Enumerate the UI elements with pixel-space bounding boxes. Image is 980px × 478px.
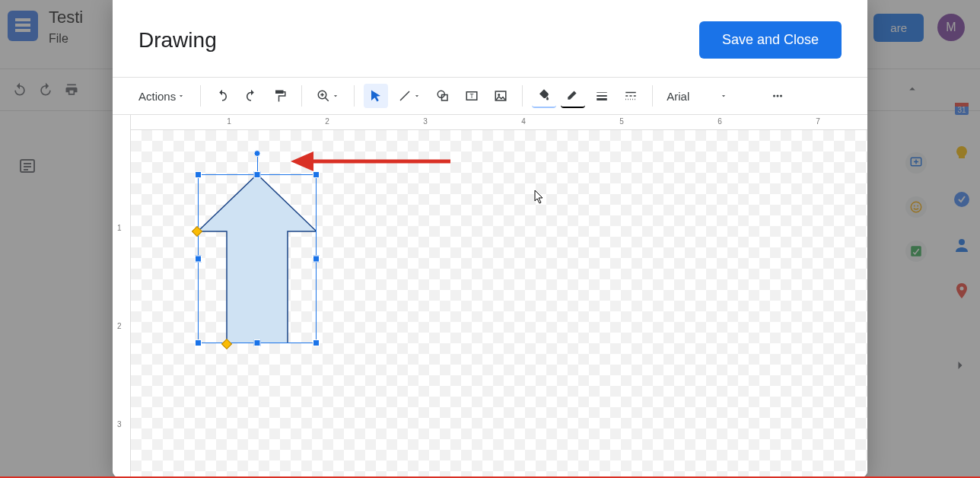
more-options-button[interactable] xyxy=(765,84,790,108)
svg-point-27 xyxy=(498,94,500,96)
border-dash-button[interactable] xyxy=(619,84,643,108)
undo-button[interactable] xyxy=(210,84,234,108)
border-color-button[interactable] xyxy=(561,84,585,108)
image-tool-button[interactable] xyxy=(488,84,513,108)
svg-point-35 xyxy=(777,95,779,97)
drawing-canvas[interactable] xyxy=(131,130,867,478)
redo-button[interactable] xyxy=(239,84,263,108)
line-tool-button[interactable] xyxy=(393,84,426,108)
svg-line-18 xyxy=(325,97,329,101)
resize-handle-e[interactable] xyxy=(313,256,320,263)
canvas-area: 1 2 3 1 2 3 4 5 6 7 xyxy=(113,115,867,478)
selected-shape[interactable] xyxy=(198,174,317,343)
border-weight-button[interactable] xyxy=(590,84,614,108)
actions-menu[interactable]: Actions xyxy=(132,85,191,107)
zoom-button[interactable] xyxy=(311,84,345,108)
font-select[interactable]: Arial xyxy=(662,87,761,106)
rotation-handle[interactable] xyxy=(254,150,261,157)
svg-point-36 xyxy=(780,95,782,97)
resize-handle-nw[interactable] xyxy=(195,171,202,178)
dialog-title: Drawing xyxy=(138,28,217,53)
annotation-arrow-icon xyxy=(291,151,450,171)
resize-handle-sw[interactable] xyxy=(195,339,202,346)
resize-handle-se[interactable] xyxy=(313,339,320,346)
selection-bbox xyxy=(198,174,317,343)
resize-handle-s[interactable] xyxy=(254,339,261,346)
save-and-close-button[interactable]: Save and Close xyxy=(699,21,842,59)
vertical-ruler: 1 2 3 xyxy=(113,115,131,478)
fill-color-button[interactable] xyxy=(532,84,556,108)
resize-handle-n[interactable] xyxy=(254,171,261,178)
resize-handle-w[interactable] xyxy=(195,256,202,263)
font-name-label: Arial xyxy=(667,90,689,103)
drawing-dialog: Drawing Save and Close Actions T xyxy=(113,0,867,478)
select-tool-button[interactable] xyxy=(364,84,388,108)
svg-point-34 xyxy=(773,95,775,97)
svg-text:T: T xyxy=(470,93,474,100)
textbox-tool-button[interactable]: T xyxy=(460,84,484,108)
horizontal-ruler: 1 2 3 4 5 6 7 xyxy=(131,115,867,130)
paint-format-button[interactable] xyxy=(268,84,292,108)
svg-line-21 xyxy=(400,91,409,100)
actions-label: Actions xyxy=(138,90,176,103)
resize-handle-ne[interactable] xyxy=(313,171,320,178)
cursor-icon xyxy=(534,190,545,205)
svg-marker-38 xyxy=(291,151,313,171)
shape-tool-button[interactable] xyxy=(431,84,455,108)
drawing-toolbar: Actions T Arial xyxy=(113,78,867,114)
